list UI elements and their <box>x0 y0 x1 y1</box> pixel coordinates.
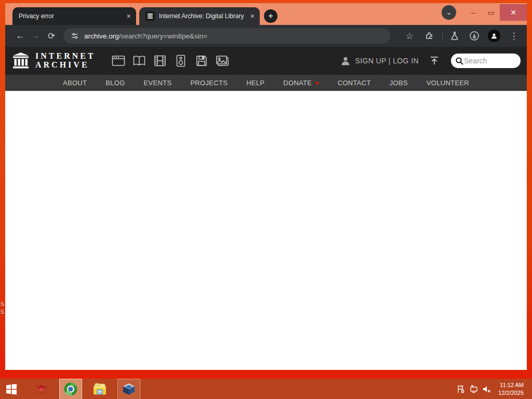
taskbar-clock[interactable]: 11:12 AM 12/2/2025 <box>493 381 528 397</box>
nav-donate[interactable]: DONATE♥ <box>283 79 318 87</box>
labs-flask-icon[interactable] <box>447 28 462 44</box>
bookmark-star-icon[interactable]: ☆ <box>402 28 417 44</box>
heart-icon: ♥ <box>315 79 318 87</box>
new-tab-button[interactable]: + <box>264 9 277 23</box>
tab-search-button[interactable]: ⌄ <box>442 5 456 20</box>
web-icon[interactable] <box>108 55 129 66</box>
tab-close-icon[interactable]: × <box>127 12 131 20</box>
upload-icon[interactable] <box>429 56 440 66</box>
tab-title: Privacy error <box>19 12 123 20</box>
nav-blog[interactable]: BLOG <box>105 79 125 87</box>
red-app-icon[interactable] <box>30 379 53 399</box>
images-icon[interactable] <box>212 55 233 66</box>
nav-about[interactable]: ABOUT <box>63 79 87 87</box>
forward-button[interactable]: → <box>28 28 44 44</box>
toolbar-right-icons: ☆ <box>397 28 522 44</box>
archive-search-box[interactable] <box>451 54 521 68</box>
internet-archive-favicon-icon <box>145 11 155 21</box>
tab-title: Internet Archive: Digital Library <box>159 12 246 20</box>
desktop-icon-label-fragment: S <box>1 309 4 315</box>
archive-logo[interactable]: INTERNET ARCHIVE <box>11 51 96 70</box>
downloads-icon[interactable] <box>467 28 482 44</box>
tab-close-icon[interactable]: × <box>250 12 255 20</box>
minimize-button[interactable]: – <box>464 5 482 20</box>
archive-nav: ABOUT BLOG EVENTS PROJECTS HELP DONATE♥ … <box>5 75 527 91</box>
nav-volunteer[interactable]: VOLUNTEER <box>427 79 469 87</box>
nav-projects[interactable]: PROJECTS <box>190 79 228 87</box>
address-bar[interactable]: archive.org/search?query=win8pe&sin= <box>63 28 390 44</box>
software-icon[interactable] <box>191 55 212 66</box>
nav-events[interactable]: EVENTS <box>144 79 172 87</box>
taskbar: 11:12 AM 12/2/2025 <box>0 378 532 399</box>
start-button[interactable] <box>0 379 23 399</box>
nav-contact[interactable]: CONTACT <box>338 79 371 87</box>
close-window-button[interactable]: ✕ <box>500 4 527 21</box>
signup-login-link[interactable]: SIGN UP | LOG IN <box>355 57 419 65</box>
toolbar-separator <box>442 32 443 40</box>
profile-avatar[interactable] <box>486 28 502 44</box>
tab-privacy-error[interactable]: Privacy error × <box>12 7 136 25</box>
site-settings-icon[interactable] <box>71 32 79 40</box>
network-icon[interactable] <box>467 379 480 399</box>
url-text: archive.org/search?query=win8pe&sin= <box>84 32 207 40</box>
archive-logo-text: INTERNET ARCHIVE <box>35 52 96 70</box>
back-button[interactable]: ← <box>12 28 28 44</box>
search-icon <box>455 57 464 65</box>
browser-window: Privacy error × Internet Archive: Digita… <box>5 3 527 370</box>
window-controls: ⌄ – ▭ ✕ <box>442 3 527 22</box>
account-area[interactable]: SIGN UP | LOG IN <box>340 56 419 66</box>
tab-internet-archive[interactable]: Internet Archive: Digital Library × <box>139 7 260 25</box>
file-explorer-icon[interactable] <box>88 379 111 399</box>
tab-strip: Privacy error × Internet Archive: Digita… <box>5 3 527 25</box>
audio-icon[interactable] <box>170 55 191 67</box>
texts-icon[interactable] <box>129 55 150 66</box>
maximize-button[interactable]: ▭ <box>482 5 500 20</box>
reload-button[interactable]: ⟳ <box>44 28 59 44</box>
virtualbox-icon[interactable] <box>117 379 140 399</box>
video-icon[interactable] <box>150 55 170 66</box>
menu-dots-icon[interactable]: ⋮ <box>506 28 522 44</box>
desktop-icon-label-fragment: S <box>1 301 4 307</box>
clock-date: 12/2/2025 <box>498 389 524 397</box>
action-center-flag-icon[interactable] <box>454 379 467 399</box>
clock-time: 11:12 AM <box>498 381 524 389</box>
archive-header-right: SIGN UP | LOG IN <box>340 54 521 68</box>
system-tray: 11:12 AM 12/2/2025 <box>454 379 532 399</box>
media-type-icons <box>108 55 233 67</box>
nav-jobs[interactable]: JOBS <box>390 79 408 87</box>
search-input[interactable] <box>464 57 511 65</box>
volume-muted-icon[interactable] <box>480 379 493 399</box>
browser-toolbar: ← → ⟳ archive.org/search?query=win8pe&si… <box>5 25 527 47</box>
archive-header: INTERNET ARCHIVE <box>5 47 527 75</box>
person-icon <box>340 56 351 66</box>
page-content-blank <box>5 91 527 370</box>
archive-building-icon <box>11 51 30 70</box>
extensions-icon[interactable] <box>421 28 437 44</box>
nav-help[interactable]: HELP <box>246 79 264 87</box>
browser-taskbar-icon[interactable] <box>59 379 82 399</box>
